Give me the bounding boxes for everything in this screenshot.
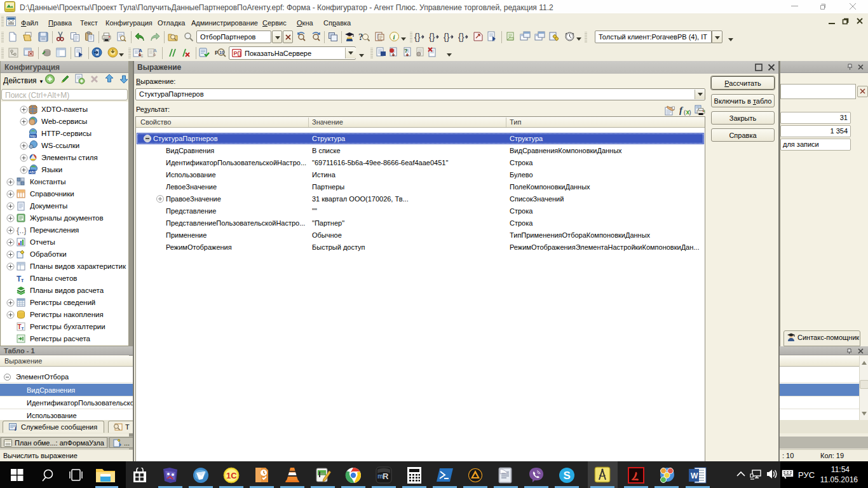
svg-text:{}: {}: [429, 32, 435, 42]
svg-text:ABC: ABC: [29, 170, 36, 174]
svg-text:): ): [689, 109, 691, 116]
svg-text:т: т: [22, 325, 24, 331]
svg-text:{}: {}: [444, 32, 450, 42]
svg-text:т: т: [21, 277, 24, 283]
svg-text:?: ?: [404, 48, 408, 54]
svg-text:S: S: [564, 470, 571, 482]
svg-text:P(): P(): [234, 50, 241, 57]
svg-text:10: 10: [219, 50, 224, 55]
svg-text:{}: {}: [414, 32, 421, 42]
svg-text:1С: 1С: [226, 471, 237, 480]
svg-text:i: i: [15, 425, 17, 431]
svg-text:W: W: [691, 471, 698, 480]
svg-text:A: A: [139, 48, 142, 53]
svg-text:{}: {}: [458, 32, 465, 42]
svg-text:f: f: [679, 105, 684, 115]
svg-text:R: R: [383, 471, 389, 481]
svg-text:C: C: [140, 54, 144, 58]
svg-text:http: http: [30, 134, 36, 138]
svg-text:{..}: {..}: [17, 226, 26, 235]
svg-text:A: A: [153, 48, 157, 53]
